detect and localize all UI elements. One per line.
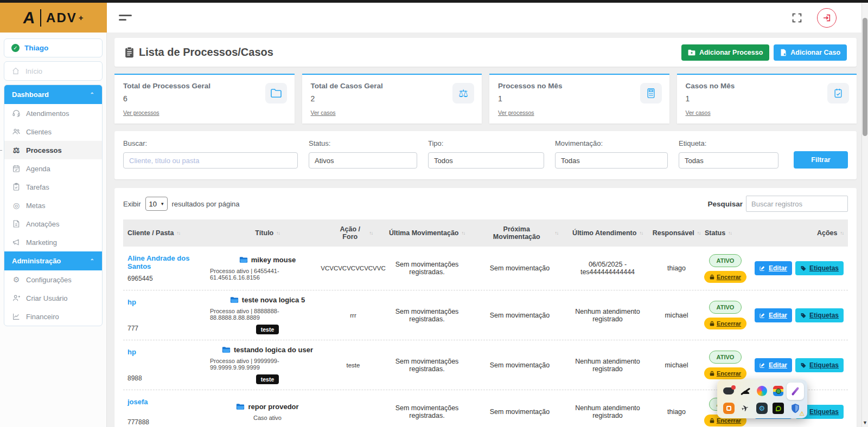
col-proxima-movimentacao[interactable]: Próxima Movimentação↑↓ — [477, 219, 563, 247]
client-link[interactable]: josefa — [127, 398, 148, 406]
add-caso-button[interactable]: Adicionar Caso — [774, 44, 847, 61]
xampp-icon[interactable] — [722, 402, 736, 416]
user-name: Thiago — [24, 44, 48, 52]
table-row: hp 777 teste nova logica 5 Processo ativ… — [123, 290, 848, 340]
sidebar-section-administracao[interactable]: Administração ⌃ — [4, 251, 102, 270]
discord-icon[interactable] — [722, 384, 736, 398]
shield-warning-icon[interactable]: ⚠ — [788, 402, 802, 416]
etiqueta-select[interactable]: Todas — [679, 152, 778, 169]
buscar-input[interactable] — [123, 152, 298, 169]
paper-plane-icon[interactable]: ✈ — [738, 402, 752, 416]
folder-number: 777888 — [127, 418, 149, 426]
proxima-movimentacao-cell: Sem movimentação — [477, 247, 563, 290]
process-subtitle: Processo ativo | 6455441-61.4561.6.16.81… — [210, 268, 325, 281]
process-title: repor provedor — [236, 403, 298, 411]
col-acoes[interactable]: Ações↑↓ — [750, 219, 848, 247]
pesquisar-input[interactable] — [746, 196, 848, 212]
table-header-row: Cliente / Pasta↑↓ Título↑↓ Ação / Foro↑↓… — [123, 219, 848, 247]
col-ultima-movimentacao[interactable]: Última Movimentação↑↓ — [377, 219, 477, 247]
col-status[interactable]: Status↑↓ — [700, 219, 750, 247]
settings-gear-icon[interactable]: ⚙ — [755, 402, 769, 416]
responsavel-cell: thiago — [653, 390, 700, 427]
sidebar-toggle-icon[interactable] — [119, 15, 132, 21]
client-link[interactable]: hp — [127, 298, 136, 306]
col-ultimo-atendimento[interactable]: Último Atendimento↑↓ — [563, 219, 653, 247]
stat-link[interactable]: Ver processos — [123, 109, 159, 116]
movimentacao-select[interactable]: Todas — [555, 152, 668, 169]
etiquetas-button[interactable]: Etiquetas — [795, 261, 844, 275]
stat-link[interactable]: Ver processos — [498, 109, 534, 116]
stat-link[interactable]: Ver casos — [686, 109, 711, 116]
proxima-movimentacao-cell: Sem movimentação — [477, 340, 563, 390]
cloud-blocked-icon[interactable]: ☁ — [738, 384, 752, 398]
stat-link[interactable]: Ver casos — [311, 109, 336, 116]
sidebar-user[interactable]: ✓ Thiago — [4, 38, 103, 57]
page-scrollbar[interactable]: ▼ — [861, 3, 868, 427]
folder-icon — [265, 83, 287, 103]
sidebar-item-marketing[interactable]: Marketing — [4, 233, 102, 251]
target-icon: ◎ — [12, 201, 21, 210]
acao-foro-cell: VCVCVCVCVCVCVVC — [329, 247, 377, 290]
fullscreen-icon[interactable] — [791, 12, 803, 24]
edit-icon — [760, 312, 766, 319]
stat-total-processos: Total de Processos Geral 6 Ver processos — [114, 74, 295, 124]
folder-number: 6965445 — [127, 275, 153, 282]
encerrar-button[interactable]: Encerrar — [704, 318, 746, 329]
sidebar-item-agenda[interactable]: Agenda — [4, 159, 102, 178]
acao-foro-cell: rrr — [329, 290, 377, 340]
sidebar-item-clientes[interactable]: Clientes — [4, 122, 102, 141]
encerrar-button[interactable]: Encerrar — [704, 271, 746, 283]
col-responsavel[interactable]: Responsável↑↓ — [653, 219, 700, 247]
client-link[interactable]: hp — [127, 348, 136, 356]
etiquetas-button[interactable]: Etiquetas — [795, 358, 844, 372]
logout-icon[interactable] — [817, 8, 837, 28]
nvidia-icon[interactable] — [771, 402, 786, 416]
folder-icon — [236, 403, 245, 410]
encerrar-button[interactable]: Encerrar — [704, 367, 746, 379]
scroll-down-arrow-icon[interactable]: ▼ — [862, 420, 868, 425]
col-acao-foro[interactable]: Ação / Foro↑↓ — [329, 219, 377, 247]
edit-icon — [760, 265, 766, 271]
acoes-cell: Editar Etiquetas — [750, 247, 848, 290]
sidebar-item-financeiro[interactable]: Financeiro — [4, 307, 102, 326]
editar-button[interactable]: Editar — [755, 358, 792, 372]
sidebar-item-atendimentos[interactable]: Atendimentos — [4, 104, 102, 122]
folder-icon — [230, 296, 239, 303]
feather-pen-icon[interactable] — [787, 383, 804, 400]
sidebar-item-label: Configurações — [26, 276, 72, 284]
clipboard-list-icon — [124, 47, 135, 59]
sidebar-item-inicio[interactable]: Início — [4, 61, 103, 81]
scrollbar-thumb[interactable] — [863, 18, 867, 136]
etiquetas-button[interactable]: Etiquetas — [795, 308, 844, 322]
stat-value: 6 — [123, 94, 286, 103]
file-icon — [780, 49, 787, 56]
sidebar-item-configuracoes[interactable]: ⚙ Configurações — [4, 270, 102, 289]
sidebar-item-anotacoes[interactable]: Anotações — [4, 215, 102, 233]
brand-divider — [40, 9, 41, 27]
sidebar-item-metas[interactable]: ◎ Metas — [4, 196, 102, 215]
page-size-select[interactable]: 10 ▾ — [145, 197, 168, 211]
bluestacks-icon[interactable] — [771, 384, 786, 398]
filtrar-button[interactable]: Filtrar — [794, 151, 848, 169]
sidebar-item-criar-usuario[interactable]: Criar Usuário — [4, 289, 102, 307]
proxima-movimentacao-cell: Sem movimentação — [477, 290, 563, 340]
col-cliente-pasta[interactable]: Cliente / Pasta↑↓ — [123, 219, 206, 247]
stat-casos-mes: Casos no Mês 1 Ver casos — [677, 74, 857, 124]
sidebar-item-tarefas[interactable]: Tarefas — [4, 178, 102, 196]
editar-button[interactable]: Editar — [755, 308, 792, 322]
copilot-icon[interactable] — [755, 384, 769, 398]
brand-logo[interactable]: A ADV + — [0, 3, 107, 33]
stat-value: 1 — [498, 94, 661, 103]
editar-button[interactable]: Editar — [755, 261, 792, 275]
sidebar-item-processos[interactable]: ⚖ Processos — [4, 141, 102, 159]
scales-icon: ⚖ — [452, 83, 474, 103]
sidebar-item-label: Processos — [26, 146, 62, 154]
movimentacao-label: Movimentação: — [555, 139, 668, 147]
status-select[interactable]: Ativos — [309, 152, 417, 169]
edit-icon — [760, 362, 766, 368]
tipo-select[interactable]: Todos — [428, 152, 544, 169]
add-processo-button[interactable]: Adicionar Processo — [681, 44, 769, 61]
sidebar-section-dashboard[interactable]: Dashboard ⌃ — [4, 85, 102, 104]
col-titulo[interactable]: Título↑↓ — [206, 219, 329, 247]
client-link[interactable]: Aline Andrade dos Santos — [127, 254, 201, 270]
